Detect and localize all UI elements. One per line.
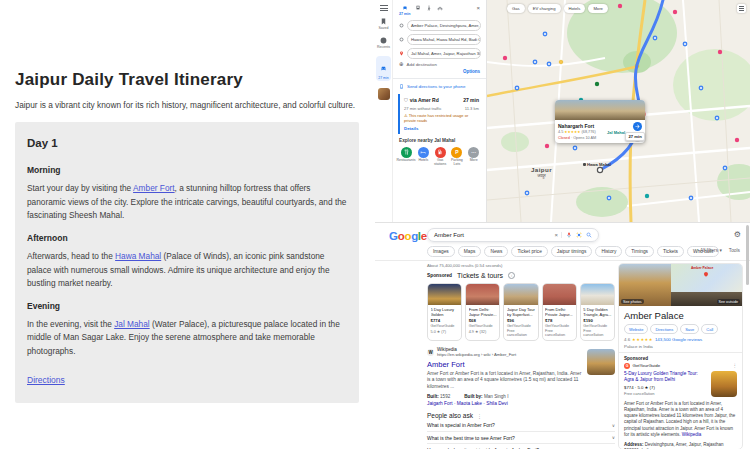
map-place-label: Amber Palace xyxy=(691,266,713,270)
city-label: Jaipur जयपुर xyxy=(531,166,552,178)
menu-icon[interactable] xyxy=(380,5,388,11)
tour-card[interactable]: 5 Day Golden Triangle, Agra...$190GetYou… xyxy=(580,283,615,341)
map-menu-icon[interactable] xyxy=(737,4,746,13)
result-thumbnail[interactable] xyxy=(587,349,615,375)
built-by-value: Man Singh I xyxy=(484,394,509,399)
tab-news[interactable]: News xyxy=(484,246,508,257)
google-search-pane: Google Amber Fort × ⚙ Images Maps News T… xyxy=(375,222,750,449)
review-count: (68,776) xyxy=(582,130,596,134)
amber-fort-link[interactable]: Amber Fort xyxy=(133,183,175,193)
route-details-link[interactable]: Details xyxy=(404,126,479,131)
send-directions-button[interactable]: Send directions to your phone xyxy=(399,84,481,89)
chip-more[interactable]: More xyxy=(588,4,608,13)
category-restaurants[interactable]: Restaurants xyxy=(398,147,414,167)
tab-images[interactable]: Images xyxy=(427,246,455,257)
add-destination-button[interactable]: ⊕ Add destination xyxy=(399,62,481,67)
sidebar-item-saved[interactable]: Saved xyxy=(379,18,389,30)
place-main-photo[interactable]: See photos xyxy=(619,264,671,306)
options-button[interactable]: Options xyxy=(399,69,480,74)
close-directions-icon[interactable]: × xyxy=(476,5,480,11)
sidebar-item-recents[interactable]: Recents xyxy=(377,37,390,49)
chip-jaipur-timings[interactable]: Jaipur timings xyxy=(551,246,593,257)
route-option-card[interactable]: ⛉via Amer Rd 27 min 27 min without traff… xyxy=(398,94,481,134)
info-icon[interactable]: i xyxy=(508,272,515,279)
travel-thumbnail[interactable] xyxy=(378,88,390,100)
streetview-thumbnail[interactable]: See outside xyxy=(671,292,742,306)
hotels-icon xyxy=(418,147,429,158)
scrollbar[interactable] xyxy=(746,225,749,285)
search-query[interactable]: Amber Fort xyxy=(434,232,554,238)
hawa-mahal-link[interactable]: Hawa Mahal xyxy=(115,251,161,261)
call-button[interactable]: Call xyxy=(701,324,718,334)
chip-tickets[interactable]: Tickets xyxy=(657,246,684,257)
morning-text: Start your day by visiting the xyxy=(27,183,133,193)
category-parking[interactable]: P Parking Lots xyxy=(450,147,465,167)
route-warning: ⚠ This route has restricted usage or pri… xyxy=(404,113,479,124)
more-options-icon[interactable]: ⋮ xyxy=(733,363,738,368)
settings-gear-icon[interactable]: ⚙ xyxy=(734,231,741,239)
search-box[interactable]: Amber Fort × xyxy=(427,228,599,242)
directions-button[interactable]: Directions xyxy=(650,324,678,334)
see-photos-button[interactable]: See photos xyxy=(621,299,644,304)
chip-hotels[interactable]: Hotels xyxy=(564,4,586,13)
place-map-thumbnail[interactable]: Amber Palace xyxy=(671,264,742,292)
advertiser-row: G GetYourGuide ⋮ xyxy=(619,361,742,370)
website-button[interactable]: Website xyxy=(624,324,648,334)
filter-tools: All filters ▾ Tools xyxy=(700,248,740,253)
paa-question[interactable]: What is special in Amber Fort?∨ xyxy=(427,419,615,432)
see-outside-button[interactable]: See outside xyxy=(717,299,740,304)
lens-icon[interactable] xyxy=(576,232,582,238)
tour-card[interactable]: Jaipur Day Tour by Superfast...$96GetYou… xyxy=(503,283,538,341)
stop-input-destination[interactable]: Jal Mahal, Amer, Jaipur, Rajasthan 3020.… xyxy=(407,48,481,59)
map-canvas[interactable]: Gas EV charging Hotels More Nahargarh Fo… xyxy=(487,0,750,222)
chip-ev-charging[interactable]: EV charging xyxy=(528,4,561,13)
sponsored-ad: 5-Day Luxury Golden Triangle Tour: Agra … xyxy=(619,370,742,399)
clear-search-icon[interactable]: × xyxy=(554,232,562,238)
paa-question[interactable]: What is the best time to see Amer Fort?∨ xyxy=(427,432,615,445)
directions-link[interactable]: Directions xyxy=(27,375,65,385)
search-icon[interactable] xyxy=(586,232,592,238)
tour-card[interactable]: From Delhi: Jaipur Private...$68GetYourG… xyxy=(465,283,500,341)
afternoon-heading: Afternoon xyxy=(27,233,347,243)
stop-input-waypoint[interactable]: Hawa Mahal, Hawa Mahal Rd, Badi Cho... xyxy=(407,34,481,45)
stop-input-origin[interactable]: Amber Palace, Devisinghpura, Amer, Jai..… xyxy=(407,20,481,31)
category-hotels[interactable]: Hotels xyxy=(416,147,431,167)
jal-mahal-link[interactable]: Jal Mahal xyxy=(114,319,150,329)
all-filters-button[interactable]: All filters ▾ xyxy=(700,248,722,253)
chip-ticket-price[interactable]: Ticket price xyxy=(511,246,547,257)
active-directions-shortcut[interactable]: 27 min xyxy=(376,56,391,81)
search-filter-chips: Images Maps News Ticket price Jaipur tim… xyxy=(427,246,719,257)
tools-button[interactable]: Tools xyxy=(729,248,740,253)
morning-heading: Morning xyxy=(27,165,347,175)
poi-icon xyxy=(583,163,586,166)
mode-transit[interactable] xyxy=(415,5,421,11)
result-sublinks[interactable]: Jaigarh Fort · Maota Lake · Shila Devi xyxy=(427,401,615,406)
category-more[interactable]: ⋯ More xyxy=(466,147,481,167)
chip-gas[interactable]: Gas xyxy=(507,4,525,13)
rating-stars: ★★★★★ xyxy=(632,337,653,342)
tab-maps[interactable]: Maps xyxy=(458,246,482,257)
directions-button[interactable] xyxy=(633,122,642,131)
car-icon xyxy=(402,5,408,11)
mode-driving[interactable]: 27 min xyxy=(399,5,410,16)
tour-card[interactable]: 5 Day Luxury Golden Triangl...$774GetYou… xyxy=(427,283,462,341)
tour-card[interactable]: From Delhi: Private Jaipur...$78GetYourG… xyxy=(542,283,577,341)
ad-title-link[interactable]: 5-Day Luxury Golden Triangle Tour: Agra … xyxy=(624,371,708,384)
rating-value: 4.6 xyxy=(624,337,630,342)
google-logo[interactable]: Google xyxy=(389,230,427,242)
reviews-link[interactable]: 143,500 Google reviews xyxy=(655,337,702,342)
wikipedia-link[interactable]: Wikipedia xyxy=(682,432,702,437)
mic-icon[interactable] xyxy=(566,232,572,238)
mode-cycling[interactable] xyxy=(437,5,443,11)
map-search-chips: Gas EV charging Hotels More xyxy=(507,4,608,13)
paa-question[interactable]: How much does it cost to ride Jeep in Am… xyxy=(427,444,615,449)
more-options-icon[interactable]: ⋮ xyxy=(477,413,482,419)
category-gas-stations[interactable]: Gas stations xyxy=(433,147,448,167)
chip-history[interactable]: History xyxy=(595,246,622,257)
save-button[interactable]: Save xyxy=(680,324,699,334)
chip-timings[interactable]: Timings xyxy=(625,246,654,257)
route-no-traffic: 27 min without traffic xyxy=(404,106,441,111)
tour-note: 5.0 ★ (7) xyxy=(431,329,459,334)
tour-vendor: GetYourGuide xyxy=(431,324,459,328)
mode-walking[interactable] xyxy=(426,5,432,11)
